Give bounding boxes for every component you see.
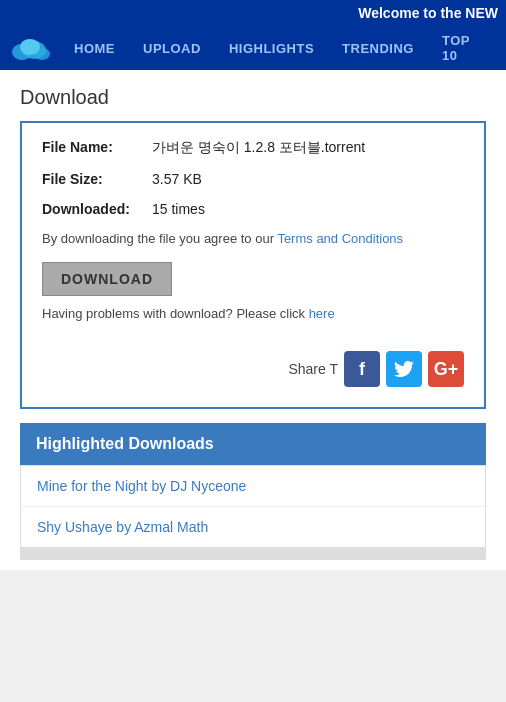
banner-text: Welcome to the NEW xyxy=(358,5,498,21)
terms-link[interactable]: Terms and Conditions xyxy=(277,231,403,246)
file-name-value: 가벼운 명숙이 1.2.8 포터블.torrent xyxy=(152,139,365,157)
navigation: HOME UPLOAD HIGHLIGHTS TRENDING TOP 10 xyxy=(0,26,506,70)
logo[interactable] xyxy=(10,33,50,63)
downloaded-label: Downloaded: xyxy=(42,201,152,217)
problem-text-before: Having problems with download? Please cl… xyxy=(42,306,309,321)
highlighted-header: Highlighted Downloads xyxy=(20,423,486,465)
terms-text: By downloading the file you agree to our… xyxy=(42,231,464,246)
scroll-hint xyxy=(20,548,486,560)
page-title: Download xyxy=(20,86,486,109)
main-content: Download File Name: 가벼운 명숙이 1.2.8 포터블.to… xyxy=(0,70,506,570)
share-section: Share T f G+ xyxy=(42,341,464,391)
nav-upload[interactable]: UPLOAD xyxy=(129,41,215,56)
file-size-row: File Size: 3.57 KB xyxy=(42,171,464,187)
problem-text: Having problems with download? Please cl… xyxy=(42,306,464,321)
share-facebook-button[interactable]: f xyxy=(344,351,380,387)
downloaded-value: 15 times xyxy=(152,201,205,217)
file-size-value: 3.57 KB xyxy=(152,171,202,187)
downloaded-row: Downloaded: 15 times xyxy=(42,201,464,217)
share-googleplus-button[interactable]: G+ xyxy=(428,351,464,387)
share-label: Share T xyxy=(288,361,338,377)
highlighted-list: Mine for the Night by DJ Nyceone Shy Ush… xyxy=(20,465,486,548)
svg-point-3 xyxy=(20,39,40,55)
file-size-label: File Size: xyxy=(42,171,152,187)
nav-highlights[interactable]: HIGHLIGHTS xyxy=(215,41,328,56)
nav-home[interactable]: HOME xyxy=(60,41,129,56)
highlighted-item[interactable]: Shy Ushaye by Azmal Math xyxy=(21,507,485,547)
nav-trending[interactable]: TRENDING xyxy=(328,41,428,56)
file-name-label: File Name: xyxy=(42,139,152,155)
file-name-row: File Name: 가벼운 명숙이 1.2.8 포터블.torrent xyxy=(42,139,464,157)
download-box: File Name: 가벼운 명숙이 1.2.8 포터블.torrent Fil… xyxy=(20,121,486,409)
download-button[interactable]: DOWNLOAD xyxy=(42,262,172,296)
highlighted-item[interactable]: Mine for the Night by DJ Nyceone xyxy=(21,466,485,507)
terms-text-before: By downloading the file you agree to our xyxy=(42,231,277,246)
top-banner: Welcome to the NEW xyxy=(0,0,506,26)
problem-link[interactable]: here xyxy=(309,306,335,321)
share-twitter-button[interactable] xyxy=(386,351,422,387)
nav-top10[interactable]: TOP 10 xyxy=(428,33,496,63)
highlighted-section: Highlighted Downloads Mine for the Night… xyxy=(20,423,486,548)
